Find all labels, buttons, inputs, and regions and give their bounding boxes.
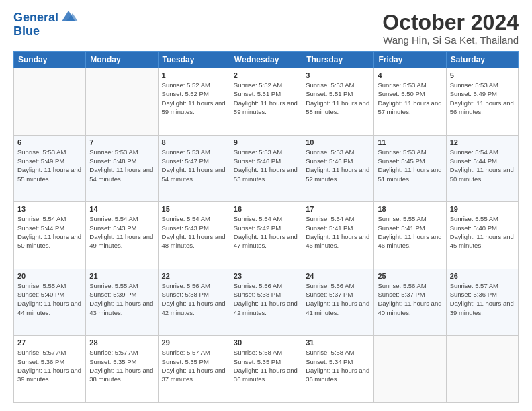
table-row: 14Sunrise: 5:54 AMSunset: 5:43 PMDayligh… — [86, 202, 158, 269]
day-info: Sunrise: 5:54 AMSunset: 5:41 PMDaylight:… — [306, 214, 370, 250]
day-number: 7 — [89, 138, 154, 146]
day-number: 16 — [234, 205, 298, 213]
table-row: 18Sunrise: 5:55 AMSunset: 5:41 PMDayligh… — [374, 202, 446, 269]
table-row: 13Sunrise: 5:54 AMSunset: 5:44 PMDayligh… — [14, 202, 86, 269]
table-row: 19Sunrise: 5:55 AMSunset: 5:40 PMDayligh… — [446, 202, 518, 269]
day-number: 26 — [450, 272, 515, 280]
table-row: 6Sunrise: 5:53 AMSunset: 5:49 PMDaylight… — [14, 135, 86, 202]
day-info: Sunrise: 5:55 AMSunset: 5:40 PMDaylight:… — [17, 281, 82, 317]
calendar-page: General Blue October 2024 Wang Hin, Si S… — [0, 0, 532, 411]
day-info: Sunrise: 5:57 AMSunset: 5:36 PMDaylight:… — [450, 281, 515, 317]
day-number: 31 — [306, 338, 370, 347]
day-number: 14 — [89, 205, 154, 213]
day-info: Sunrise: 5:53 AMSunset: 5:51 PMDaylight:… — [306, 81, 370, 116]
table-row — [374, 336, 446, 403]
day-number: 23 — [234, 272, 298, 280]
table-row: 2Sunrise: 5:52 AMSunset: 5:51 PMDaylight… — [230, 68, 302, 136]
col-monday: Monday — [86, 52, 158, 68]
title-block: October 2024 Wang Hin, Si Sa Ket, Thaila… — [382, 11, 519, 46]
table-row: 17Sunrise: 5:54 AMSunset: 5:41 PMDayligh… — [302, 202, 374, 269]
day-info: Sunrise: 5:53 AMSunset: 5:46 PMDaylight:… — [306, 148, 370, 183]
day-info: Sunrise: 5:56 AMSunset: 5:37 PMDaylight:… — [378, 281, 442, 317]
table-row: 5Sunrise: 5:53 AMSunset: 5:49 PMDaylight… — [446, 68, 518, 136]
day-info: Sunrise: 5:55 AMSunset: 5:41 PMDaylight:… — [378, 214, 442, 250]
day-info: Sunrise: 5:53 AMSunset: 5:49 PMDaylight:… — [450, 81, 515, 116]
day-info: Sunrise: 5:54 AMSunset: 5:42 PMDaylight:… — [234, 214, 298, 250]
day-number: 1 — [162, 71, 226, 79]
day-number: 11 — [378, 138, 442, 146]
table-row: 3Sunrise: 5:53 AMSunset: 5:51 PMDaylight… — [302, 68, 374, 136]
month-title: October 2024 — [382, 11, 519, 34]
logo-blue-text: Blue — [13, 25, 78, 38]
table-row: 27Sunrise: 5:57 AMSunset: 5:36 PMDayligh… — [14, 336, 86, 403]
day-info: Sunrise: 5:54 AMSunset: 5:44 PMDaylight:… — [17, 214, 82, 250]
day-info: Sunrise: 5:58 AMSunset: 5:34 PMDaylight:… — [306, 348, 370, 383]
day-number: 4 — [378, 71, 442, 79]
table-row: 22Sunrise: 5:56 AMSunset: 5:38 PMDayligh… — [158, 269, 230, 336]
day-info: Sunrise: 5:53 AMSunset: 5:48 PMDaylight:… — [89, 148, 154, 183]
day-info: Sunrise: 5:57 AMSunset: 5:35 PMDaylight:… — [162, 348, 226, 383]
day-number: 12 — [450, 138, 515, 146]
day-info: Sunrise: 5:53 AMSunset: 5:50 PMDaylight:… — [378, 81, 442, 116]
day-info: Sunrise: 5:54 AMSunset: 5:44 PMDaylight:… — [450, 148, 515, 183]
day-info: Sunrise: 5:57 AMSunset: 5:36 PMDaylight:… — [17, 348, 82, 383]
table-row: 28Sunrise: 5:57 AMSunset: 5:35 PMDayligh… — [86, 336, 158, 403]
table-row: 30Sunrise: 5:58 AMSunset: 5:35 PMDayligh… — [230, 336, 302, 403]
day-number: 15 — [162, 205, 226, 213]
logo: General Blue — [13, 11, 78, 38]
table-row: 9Sunrise: 5:53 AMSunset: 5:46 PMDaylight… — [230, 135, 302, 202]
header-row: Sunday Monday Tuesday Wednesday Thursday… — [14, 52, 519, 68]
day-number: 22 — [162, 272, 226, 280]
day-info: Sunrise: 5:54 AMSunset: 5:43 PMDaylight:… — [162, 214, 226, 250]
day-number: 17 — [306, 205, 370, 213]
table-row: 7Sunrise: 5:53 AMSunset: 5:48 PMDaylight… — [86, 135, 158, 202]
day-number: 21 — [89, 272, 154, 280]
day-number: 29 — [162, 338, 226, 347]
day-number: 27 — [17, 338, 82, 347]
table-row: 26Sunrise: 5:57 AMSunset: 5:36 PMDayligh… — [446, 269, 518, 336]
table-row: 23Sunrise: 5:56 AMSunset: 5:38 PMDayligh… — [230, 269, 302, 336]
day-info: Sunrise: 5:56 AMSunset: 5:37 PMDaylight:… — [306, 281, 370, 317]
table-row: 24Sunrise: 5:56 AMSunset: 5:37 PMDayligh… — [302, 269, 374, 336]
table-row: 1Sunrise: 5:52 AMSunset: 5:52 PMDaylight… — [158, 68, 230, 136]
table-row: 20Sunrise: 5:55 AMSunset: 5:40 PMDayligh… — [14, 269, 86, 336]
day-number: 13 — [17, 205, 82, 213]
day-number: 18 — [378, 205, 442, 213]
page-header: General Blue October 2024 Wang Hin, Si S… — [13, 11, 519, 46]
table-row: 10Sunrise: 5:53 AMSunset: 5:46 PMDayligh… — [302, 135, 374, 202]
day-info: Sunrise: 5:53 AMSunset: 5:46 PMDaylight:… — [234, 148, 298, 183]
table-row: 21Sunrise: 5:55 AMSunset: 5:39 PMDayligh… — [86, 269, 158, 336]
day-number: 28 — [89, 338, 154, 347]
day-info: Sunrise: 5:57 AMSunset: 5:35 PMDaylight:… — [89, 348, 154, 383]
table-row: 16Sunrise: 5:54 AMSunset: 5:42 PMDayligh… — [230, 202, 302, 269]
day-number: 2 — [234, 71, 298, 79]
table-row: 29Sunrise: 5:57 AMSunset: 5:35 PMDayligh… — [158, 336, 230, 403]
day-number: 30 — [234, 338, 298, 347]
col-thursday: Thursday — [302, 52, 374, 68]
logo-icon — [59, 9, 78, 24]
day-number: 5 — [450, 71, 515, 79]
day-info: Sunrise: 5:53 AMSunset: 5:47 PMDaylight:… — [162, 148, 226, 183]
table-row — [86, 68, 158, 136]
table-row — [446, 336, 518, 403]
day-info: Sunrise: 5:53 AMSunset: 5:45 PMDaylight:… — [378, 148, 442, 183]
day-info: Sunrise: 5:54 AMSunset: 5:43 PMDaylight:… — [89, 214, 154, 250]
day-number: 24 — [306, 272, 370, 280]
day-info: Sunrise: 5:52 AMSunset: 5:52 PMDaylight:… — [162, 81, 226, 116]
col-friday: Friday — [374, 52, 446, 68]
day-info: Sunrise: 5:58 AMSunset: 5:35 PMDaylight:… — [234, 348, 298, 383]
location-text: Wang Hin, Si Sa Ket, Thailand — [382, 34, 519, 46]
day-info: Sunrise: 5:53 AMSunset: 5:49 PMDaylight:… — [17, 148, 82, 183]
day-number: 6 — [17, 138, 82, 146]
day-info: Sunrise: 5:55 AMSunset: 5:39 PMDaylight:… — [89, 281, 154, 317]
table-row — [14, 68, 86, 136]
table-row: 15Sunrise: 5:54 AMSunset: 5:43 PMDayligh… — [158, 202, 230, 269]
day-number: 25 — [378, 272, 442, 280]
calendar-table: Sunday Monday Tuesday Wednesday Thursday… — [13, 51, 519, 403]
table-row: 4Sunrise: 5:53 AMSunset: 5:50 PMDaylight… — [374, 68, 446, 136]
col-wednesday: Wednesday — [230, 52, 302, 68]
day-info: Sunrise: 5:56 AMSunset: 5:38 PMDaylight:… — [234, 281, 298, 317]
table-row: 8Sunrise: 5:53 AMSunset: 5:47 PMDaylight… — [158, 135, 230, 202]
table-row: 11Sunrise: 5:53 AMSunset: 5:45 PMDayligh… — [374, 135, 446, 202]
table-row: 12Sunrise: 5:54 AMSunset: 5:44 PMDayligh… — [446, 135, 518, 202]
